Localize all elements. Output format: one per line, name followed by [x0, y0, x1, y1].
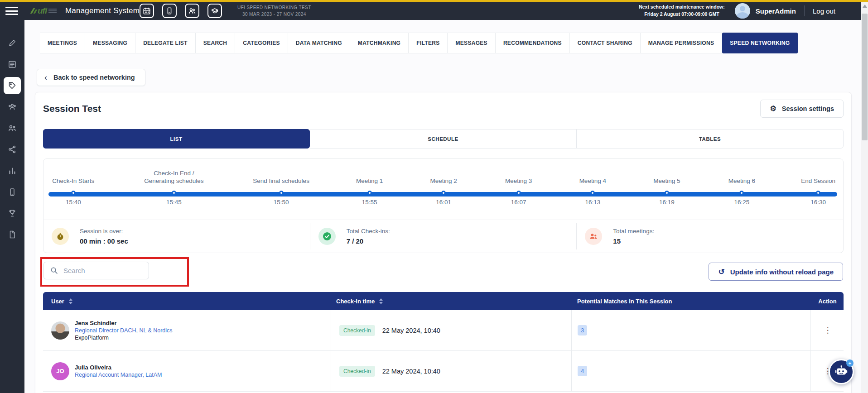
- row-avatar: JO: [51, 362, 69, 380]
- education-button[interactable]: [207, 4, 222, 18]
- table-body: Jens Schindler Regional Director DACH, N…: [43, 310, 844, 392]
- annotation-highlight-box: [40, 257, 189, 287]
- sidebar-item-leaderboard[interactable]: [4, 205, 21, 222]
- sidebar-item-edit[interactable]: [4, 34, 21, 52]
- chatbot-button[interactable]: +: [829, 359, 854, 384]
- sidebar-item-community[interactable]: [4, 98, 21, 115]
- stat-item: Total meetings: 15: [576, 223, 843, 249]
- stopwatch-icon: [55, 231, 65, 241]
- matches-cell: 4: [571, 351, 810, 391]
- refresh-icon: ↺: [718, 268, 724, 276]
- attendees-table: User Check-in time Potential Matches in …: [43, 292, 844, 392]
- stat-value: 7 / 20: [347, 237, 390, 245]
- module-tab[interactable]: SEARCH: [196, 33, 235, 53]
- logo-text: ufi: [38, 6, 47, 16]
- event-name: UFI SPEED NETWORKING TEST: [237, 4, 311, 11]
- robot-icon: [834, 364, 849, 379]
- check-circle-icon: [322, 231, 332, 241]
- app-title: Management System: [65, 6, 140, 15]
- table-row: JO Julia Oliveira Regional Account Manag…: [43, 351, 844, 392]
- sidebar-item-analytics[interactable]: [4, 162, 21, 179]
- calendar-icon: [143, 7, 151, 15]
- checkin-cell: Checked-in 22 May 2024, 10:40: [331, 351, 571, 391]
- divider: [804, 5, 805, 16]
- module-tab[interactable]: FILTERS: [409, 33, 448, 53]
- milestone-dot-icon: [172, 191, 176, 195]
- session-timeline-panel: Check-In Starts 15:40 Check-In End / Gen…: [43, 158, 844, 253]
- logo-microtext: [48, 9, 57, 13]
- share-icon: [8, 145, 17, 154]
- trophy-icon: [8, 209, 17, 218]
- module-tab[interactable]: MANAGE PERMISSIONS: [641, 33, 722, 53]
- checkin-time: 22 May 2024, 10:40: [382, 327, 440, 334]
- table-toolbar: ↺ Update info without reload page: [43, 257, 844, 287]
- user-title-link[interactable]: Regional Director DACH, NL & Nordics: [75, 327, 173, 334]
- milestone-dot-icon: [71, 191, 76, 195]
- sidebar-item-people[interactable]: [4, 120, 21, 137]
- stat-label: Total Check-ins:: [347, 228, 390, 235]
- module-tab[interactable]: MATCHMAKING: [350, 33, 409, 53]
- sort-icon[interactable]: [379, 298, 383, 304]
- milestone-dot-icon: [590, 191, 595, 195]
- action-cell: ⋮: [810, 310, 844, 350]
- timeline-milestone: End Session 16:30: [768, 167, 852, 206]
- view-tab[interactable]: LIST: [43, 129, 310, 149]
- search-input[interactable]: [63, 267, 136, 274]
- maintenance-notice: Next scheduled maintenance window: Frida…: [639, 4, 725, 18]
- module-tab[interactable]: MEETINGS: [40, 33, 85, 53]
- module-tab[interactable]: CONTACT SHARING: [570, 33, 641, 53]
- session-settings-button[interactable]: ⚙ Session settings: [760, 100, 844, 118]
- user-cell: Jens Schindler Regional Director DACH, N…: [43, 310, 331, 350]
- status-badge: Checked-in: [339, 366, 375, 377]
- update-info-button[interactable]: ↺ Update info without reload page: [709, 263, 843, 281]
- sidebar-item-sessions[interactable]: [4, 77, 21, 94]
- matches-cell: 3: [571, 310, 810, 350]
- table-row: Jens Schindler Regional Director DACH, N…: [43, 310, 844, 351]
- sidebar-item-documents[interactable]: [4, 226, 21, 243]
- timeline-milestone: Check-In Starts 15:40: [35, 167, 123, 206]
- document-icon: [8, 230, 17, 239]
- milestone-time: 15:50: [231, 199, 331, 206]
- status-badge: Checked-in: [339, 325, 375, 336]
- search-box[interactable]: [43, 262, 149, 279]
- back-button[interactable]: ‹ Back to speed networking: [37, 69, 145, 86]
- sidebar-item-share[interactable]: [4, 141, 21, 158]
- row-menu-button[interactable]: ⋮: [821, 324, 834, 337]
- scroll-up-icon[interactable]: [863, 5, 867, 8]
- sidebar-item-mobile[interactable]: [4, 183, 21, 201]
- module-tab[interactable]: MESSAGING: [85, 33, 135, 53]
- module-tab[interactable]: DATA MATCHING: [288, 33, 350, 53]
- sort-icon[interactable]: [69, 298, 72, 304]
- view-tab[interactable]: SCHEDULE: [310, 129, 577, 149]
- search-icon: [50, 267, 58, 274]
- view-tab[interactable]: TABLES: [577, 129, 844, 149]
- user-avatar[interactable]: [735, 3, 750, 19]
- stat-label: Total meetings:: [613, 228, 654, 235]
- calendar-button[interactable]: [140, 4, 154, 18]
- matches-count-badge[interactable]: 3: [578, 325, 587, 335]
- bar-chart-icon: [8, 166, 17, 175]
- logo-swoosh-icon: [32, 8, 36, 14]
- column-header-checkin[interactable]: Check-in time: [331, 292, 571, 310]
- column-header-user[interactable]: User: [43, 292, 331, 310]
- milestone-dot-icon: [441, 191, 446, 195]
- page-scrollbar[interactable]: [861, 2, 868, 393]
- hamburger-menu-icon[interactable]: [5, 7, 18, 15]
- module-tab[interactable]: SPEED NETWORKING: [722, 33, 798, 53]
- module-tab[interactable]: DELEGATE LIST: [135, 33, 196, 53]
- users-button[interactable]: [185, 4, 199, 18]
- mobile-app-button[interactable]: [162, 4, 177, 18]
- stat-value: 15: [613, 237, 654, 245]
- module-tab[interactable]: RECOMMENDATIONS: [496, 33, 570, 53]
- scrollbar-thumb[interactable]: [862, 14, 868, 140]
- module-tab[interactable]: CATEGORIES: [235, 33, 288, 53]
- gear-icon: ⚙: [770, 105, 776, 112]
- table-header: User Check-in time Potential Matches in …: [43, 292, 844, 310]
- module-tab[interactable]: MESSAGES: [448, 33, 495, 53]
- main-content: MEETINGSMESSAGINGDELEGATE LISTSEARCHCATE…: [24, 20, 861, 393]
- logout-button[interactable]: Log out: [813, 7, 835, 15]
- sidebar-item-feed[interactable]: [4, 56, 21, 73]
- user-title-link[interactable]: Regional Account Manager, LatAM: [75, 372, 162, 378]
- column-header-matches: Potential Matches in This Session: [571, 292, 810, 310]
- matches-count-badge[interactable]: 4: [578, 366, 587, 376]
